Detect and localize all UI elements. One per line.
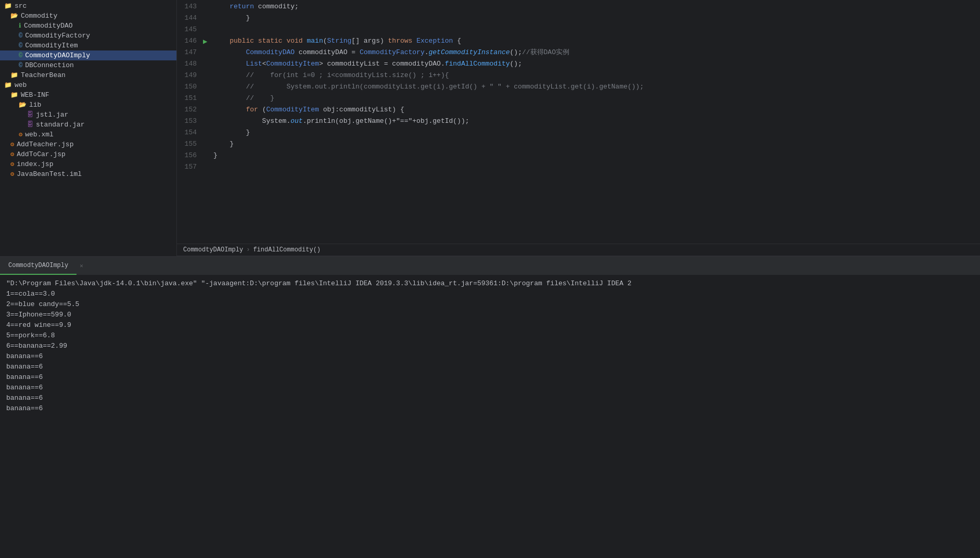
gutter: ▶ <box>203 0 213 244</box>
code-line-157 <box>213 161 970 173</box>
sidebar-label-commodity: Commodity <box>21 12 57 20</box>
sidebar-label-jstl: jstl.jar <box>36 111 68 119</box>
terminal-line: banana==6 <box>6 362 974 372</box>
line-num-156: 156 <box>181 150 197 161</box>
sidebar-label-web: web <box>15 81 27 89</box>
terminal-tab-main[interactable]: CommodtyDAOImply <box>0 257 77 275</box>
sidebar-item-web[interactable]: 📁 web <box>0 80 176 90</box>
jar-jstl-icon: 🗄 <box>27 111 33 119</box>
terminal-tab-close[interactable]: ✕ <box>80 261 83 271</box>
sidebar-item-jstl[interactable]: 🗄 jstl.jar <box>0 110 176 120</box>
gutter-148 <box>203 58 213 70</box>
terminal-line: banana==6 <box>6 351 974 362</box>
sidebar-item-standard[interactable]: 🗄 standard.jar <box>0 120 176 130</box>
class-icon: © <box>19 32 22 40</box>
terminal-line: banana==6 <box>6 372 974 383</box>
sidebar-label-src: src <box>15 2 27 10</box>
code-line-151: // } <box>213 93 970 104</box>
sidebar-item-WEB-INF[interactable]: 📁 WEB-INF <box>0 90 176 100</box>
sidebar-item-JavaBeanTest[interactable]: ⚙ JavaBeanTest.iml <box>0 169 176 179</box>
line-num-145: 145 <box>181 24 197 35</box>
sidebar-item-AddToCar[interactable]: ⚙ AddToCar.jsp <box>0 149 176 159</box>
jsp-index-icon: ⚙ <box>10 160 14 168</box>
gutter-152 <box>203 104 213 116</box>
sidebar-item-DBConnection[interactable]: © DBConnection <box>0 60 176 70</box>
code-line-147: CommodityDAO commodityDAO = CommodityFac… <box>213 47 970 58</box>
sidebar-label-JavaBeanTest: JavaBeanTest.iml <box>17 170 82 178</box>
folder-web-icon: 📁 <box>4 81 12 89</box>
breadcrumb-sep: › <box>246 246 250 253</box>
sidebar-label-WEB-INF: WEB-INF <box>21 91 49 99</box>
class-dao-icon: © <box>19 52 22 59</box>
folder-teacher-icon: 📁 <box>10 71 18 79</box>
line-num-151: 151 <box>181 93 197 104</box>
sidebar-label-lib: lib <box>29 101 41 109</box>
terminal: CommodtyDAOImply ✕ "D:\Program Files\Jav… <box>0 256 980 558</box>
code-line-155: } <box>213 138 970 150</box>
code-line-144: } <box>213 12 970 24</box>
sidebar-label-CommodityItem: CommodityItem <box>25 42 78 49</box>
code-line-146: public static void main(String[] args) t… <box>213 35 970 47</box>
main-area: 📁 src 📂 Commodity ℹ CommodityDAO © Commo… <box>0 0 980 256</box>
line-numbers: 143 144 145 146 147 148 149 150 151 152 … <box>177 0 203 244</box>
breadcrumb-method[interactable]: findAllCommodity() <box>253 246 321 253</box>
sidebar-item-TeacherBean[interactable]: 📁 TeacherBean <box>0 70 176 80</box>
gutter-143 <box>203 1 213 12</box>
code-line-154: } <box>213 127 970 138</box>
sidebar-item-web-xml[interactable]: ⚙ web.xml <box>0 130 176 140</box>
sidebar-item-src[interactable]: 📁 src <box>0 1 176 11</box>
line-num-153: 153 <box>181 116 197 127</box>
sidebar-label-AddToCar: AddToCar.jsp <box>17 150 66 158</box>
gutter-157 <box>203 161 213 173</box>
code-line-149: // for(int i=0 ; i<commodityList.size() … <box>213 70 970 81</box>
code-content[interactable]: return commodity; } public static void m… <box>213 0 980 244</box>
sidebar-item-lib[interactable]: 📂 lib <box>0 100 176 110</box>
sidebar-item-CommodityFactory[interactable]: © CommodityFactory <box>0 31 176 41</box>
gutter-146-run: ▶ <box>203 35 213 47</box>
breadcrumb-bar: CommodtyDAOImply › findAllCommodity() <box>177 244 980 256</box>
xml-web-icon: ⚙ <box>19 131 22 138</box>
sidebar-label-TeacherBean: TeacherBean <box>21 71 66 79</box>
sidebar-item-CommodityDAO[interactable]: ℹ CommodityDAO <box>0 21 176 31</box>
folder-webinf-icon: 📁 <box>10 91 18 99</box>
terminal-line: banana==6 <box>6 383 974 393</box>
sidebar-item-AddTeacher[interactable]: ⚙ AddTeacher.jsp <box>0 140 176 149</box>
sidebar-item-CommodityDAOImply[interactable]: © CommodtyDAOImply <box>0 50 176 60</box>
gutter-151 <box>203 93 213 104</box>
editor: 143 144 145 146 147 148 149 150 151 152 … <box>177 0 980 256</box>
line-num-154: 154 <box>181 127 197 138</box>
gutter-156 <box>203 150 213 161</box>
code-line-148: List<CommodityItem> commodityList = comm… <box>213 58 970 70</box>
sidebar-label-CommodityFactory: CommodityFactory <box>25 32 90 40</box>
code-line-152: for (CommodityItem obj:commodityList) { <box>213 104 970 116</box>
sidebar-item-index-jsp[interactable]: ⚙ index.jsp <box>0 159 176 169</box>
interface-icon: ℹ <box>19 22 21 30</box>
jsp-add-teacher-icon: ⚙ <box>10 141 14 148</box>
code-line-156: } <box>213 150 970 161</box>
gutter-147 <box>203 47 213 58</box>
breadcrumb-class[interactable]: CommodtyDAOImply <box>183 246 243 253</box>
line-num-149: 149 <box>181 70 197 81</box>
jsp-addtocar-icon: ⚙ <box>10 150 14 158</box>
code-line-153: System.out.println(obj.getName()+"=="+ob… <box>213 116 970 127</box>
terminal-line: banana==6 <box>6 393 974 403</box>
code-area[interactable]: 143 144 145 146 147 148 149 150 151 152 … <box>177 0 980 244</box>
line-num-152: 152 <box>181 104 197 116</box>
gutter-150 <box>203 81 213 93</box>
terminal-line: banana==6 <box>6 403 974 414</box>
folder-icon: 📁 <box>4 2 12 10</box>
gutter-144 <box>203 12 213 24</box>
gutter-149 <box>203 70 213 81</box>
sidebar-label-index-jsp: index.jsp <box>17 160 53 168</box>
code-line-150: // System.out.println(commodityList.get(… <box>213 81 970 93</box>
terminal-line: 4==red wine==9.9 <box>6 320 974 331</box>
code-line-145 <box>213 24 970 35</box>
sidebar-item-CommodityItem[interactable]: © CommodityItem <box>0 41 176 50</box>
sidebar-label-standard: standard.jar <box>36 121 85 129</box>
sidebar-item-commodity[interactable]: 📂 Commodity <box>0 11 176 21</box>
terminal-tab-bar: CommodtyDAOImply ✕ <box>0 257 980 275</box>
line-num-144: 144 <box>181 12 197 24</box>
sidebar-label-web-xml: web.xml <box>25 131 54 138</box>
sidebar-label-DBConnection: DBConnection <box>25 61 74 69</box>
sidebar-label-AddTeacher: AddTeacher.jsp <box>17 141 73 148</box>
